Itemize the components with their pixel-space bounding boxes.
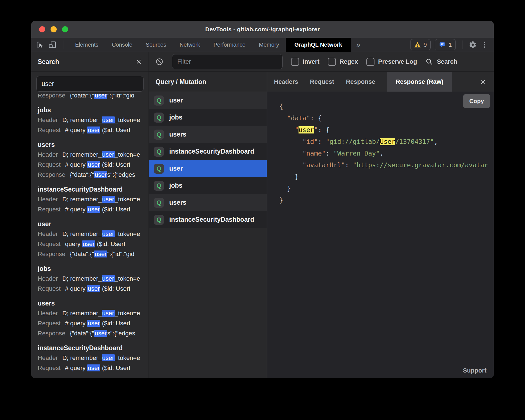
search-input[interactable] xyxy=(36,76,144,92)
search-result-line[interactable]: Response{"data":{"users":{"edges xyxy=(38,170,149,180)
filter-input[interactable] xyxy=(172,54,283,69)
search-result-line[interactable]: HeaderD; remember_user_token=e xyxy=(38,194,149,204)
query-list-item[interactable]: Q instanceSecurityDashboard xyxy=(149,143,267,160)
query-type-badge: Q xyxy=(154,181,164,191)
preserve-log-checkbox[interactable] xyxy=(366,58,374,66)
query-list-item-selected[interactable]: Q user xyxy=(149,160,267,177)
result-label: Request xyxy=(38,161,61,168)
tab-response[interactable]: Response xyxy=(346,78,375,85)
search-result-line[interactable]: Request# query user ($id: UserI xyxy=(38,363,149,373)
result-label: Response xyxy=(38,171,65,178)
result-label: Request xyxy=(38,320,61,327)
result-label: Request xyxy=(38,206,61,213)
tab-console[interactable]: Console xyxy=(105,38,139,52)
more-options-dots-icon[interactable] xyxy=(481,41,488,49)
tab-response-raw[interactable]: Response (Raw) xyxy=(387,72,452,92)
search-result-line[interactable]: Request# query user ($id: UserI xyxy=(38,284,149,294)
search-result-line[interactable]: Requestquery user ($id: UserI xyxy=(38,239,149,249)
tab-sources[interactable]: Sources xyxy=(139,38,173,52)
block-filter-icon[interactable] xyxy=(155,58,164,66)
issues-badge[interactable]: 1 xyxy=(435,39,456,50)
query-list-item[interactable]: Q users xyxy=(149,194,267,211)
search-result-line[interactable]: Response{"data":{"user":{"id":"gid xyxy=(38,94,149,101)
result-section-name[interactable]: user xyxy=(38,219,149,229)
copy-button[interactable]: Copy xyxy=(463,94,491,108)
match-highlight: user xyxy=(102,310,115,317)
invert-checkbox[interactable] xyxy=(291,58,299,66)
result-section-name[interactable]: jobs xyxy=(38,105,149,115)
tab-headers[interactable]: Headers xyxy=(274,78,298,85)
query-list-item[interactable]: Q user xyxy=(149,92,267,109)
zoom-window-button[interactable] xyxy=(62,26,68,32)
query-mutation-panel: Query / Mutation Q user Q jobs Q users xyxy=(149,72,267,378)
warning-count: 9 xyxy=(424,41,427,48)
code-line: { xyxy=(279,101,494,112)
match-highlight: user xyxy=(102,354,115,361)
search-result-line[interactable]: Request# query user ($id: UserI xyxy=(38,318,149,328)
close-details-icon[interactable] xyxy=(480,78,494,85)
close-search-panel-icon[interactable] xyxy=(135,58,142,65)
warnings-badge[interactable]: 9 xyxy=(410,39,431,50)
more-tabs-chevron-icon[interactable]: » xyxy=(351,40,366,49)
tab-memory[interactable]: Memory xyxy=(252,38,286,52)
match-highlight: user xyxy=(94,171,107,178)
search-result-line[interactable]: HeaderD; remember_user_token=e xyxy=(38,115,149,125)
tab-network[interactable]: Network xyxy=(173,38,207,52)
tab-graphql-network[interactable]: GraphQL Network xyxy=(286,38,351,52)
inspect-element-icon[interactable] xyxy=(36,40,44,49)
result-label: Request xyxy=(38,127,61,133)
device-toolbar-icon[interactable] xyxy=(48,40,57,49)
details-tabs: Headers Request Response Response (Raw) xyxy=(267,72,494,92)
result-value: D; remember_user_token=e xyxy=(62,151,140,158)
result-value: # query user ($id: UserI xyxy=(65,161,130,168)
result-section-name[interactable]: instanceSecurityDashboard xyxy=(38,184,149,194)
search-result-line[interactable]: HeaderD; remember_user_token=e xyxy=(38,308,149,318)
result-label: Header xyxy=(38,275,58,282)
search-result-line[interactable]: HeaderD; remember_user_token=e xyxy=(38,353,149,363)
match-highlight: user xyxy=(87,206,100,213)
regex-checkbox[interactable] xyxy=(328,58,336,66)
result-value: {"data":{"user":{"id":"gid xyxy=(70,94,134,99)
search-result-line[interactable]: Response{"data":{"users":{"edges xyxy=(38,328,149,338)
result-section-name[interactable]: users xyxy=(38,140,149,150)
search-toggle[interactable]: Search xyxy=(425,58,457,66)
query-list-item[interactable]: Q jobs xyxy=(149,177,267,194)
search-panel: Search Response{"data":{"user":{"id":"gi… xyxy=(31,52,149,378)
preserve-log-label: Preserve Log xyxy=(378,58,417,65)
close-window-button[interactable] xyxy=(39,26,45,32)
minimize-window-button[interactable] xyxy=(51,26,57,32)
result-value: {"data":{"users":{"edges xyxy=(70,171,135,178)
settings-gear-icon[interactable] xyxy=(469,41,477,49)
devtools-window: DevTools - gitlab.com/-/graphql-explorer… xyxy=(31,21,494,378)
code-line: } xyxy=(279,194,494,206)
search-result-line[interactable]: HeaderD; remember_user_token=e xyxy=(38,274,149,284)
search-result-line[interactable]: Request# query user ($id: UserI xyxy=(38,125,149,135)
result-section-name[interactable]: jobs xyxy=(38,264,149,274)
tab-performance[interactable]: Performance xyxy=(207,38,252,52)
query-mutation-header: Query / Mutation xyxy=(149,72,267,92)
query-type-badge: Q xyxy=(154,96,164,106)
content-row: Query / Mutation Q user Q jobs Q users xyxy=(149,72,494,378)
result-section-name[interactable]: users xyxy=(38,298,149,308)
preserve-log-checkbox-group[interactable]: Preserve Log xyxy=(366,58,417,66)
match-highlight: user xyxy=(87,161,100,168)
search-result-line[interactable]: HeaderD; remember_user_token=e xyxy=(38,229,149,239)
result-value: D; remember_user_token=e xyxy=(62,116,140,123)
query-list-item[interactable]: Q users xyxy=(149,126,267,143)
query-list-item[interactable]: Q jobs xyxy=(149,109,267,126)
code-line: "id": "gid://gitlab/User/13704317", xyxy=(279,136,494,147)
search-result-line[interactable]: Response{"data":{"user":{"id":"gid xyxy=(38,249,149,259)
query-list-item[interactable]: Q instanceSecurityDashboard xyxy=(149,211,267,228)
search-result-line[interactable]: HeaderD; remember_user_token=e xyxy=(38,150,149,160)
toolbar-separator xyxy=(63,40,63,49)
search-result-line[interactable]: Request# query user ($id: UserI xyxy=(38,160,149,170)
result-section-name[interactable]: instanceSecurityDashboard xyxy=(38,343,149,353)
support-link[interactable]: Support xyxy=(463,367,486,374)
search-result-line[interactable]: Request# query user ($id: UserI xyxy=(38,204,149,214)
tab-request[interactable]: Request xyxy=(310,78,334,85)
window-title: DevTools - gitlab.com/-/graphql-explorer xyxy=(205,26,320,33)
regex-checkbox-group[interactable]: Regex xyxy=(328,58,358,66)
invert-checkbox-group[interactable]: Invert xyxy=(291,58,319,66)
match-highlight: user xyxy=(87,320,100,327)
tab-elements[interactable]: Elements xyxy=(68,38,105,52)
